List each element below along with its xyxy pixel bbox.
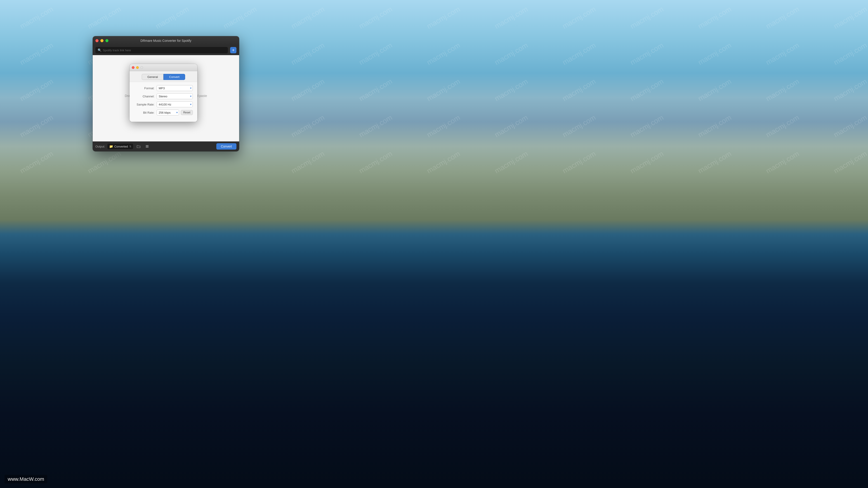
sample-rate-label: Sample Rate: xyxy=(134,103,157,106)
folder-name: Converted xyxy=(114,145,128,148)
minimize-button[interactable] xyxy=(100,39,103,42)
format-row: Format: MP3 AAC WAV FLAC M4A OGG ▾ xyxy=(134,85,193,91)
bit-rate-label: Bit Rate: xyxy=(134,111,157,114)
svg-rect-1 xyxy=(146,146,149,147)
channel-row: Channel: Stereo Mono ▾ xyxy=(134,93,193,99)
preferences-dialog: General Convert Format: MP3 AAC WAV FLAC… xyxy=(129,64,197,122)
pref-maximize-button[interactable] xyxy=(141,66,143,69)
bottom-bar: Output: 📁 Converted ⇅ Convert xyxy=(93,141,239,151)
bit-rate-controls: 128 kbps 192 kbps 256 kbps 320 kbps ▾ Re… xyxy=(157,109,193,116)
sample-rate-select[interactable]: 44100 Hz 22050 Hz 48000 Hz 96000 Hz xyxy=(157,101,193,107)
format-select[interactable]: MP3 AAC WAV FLAC M4A OGG xyxy=(157,85,193,91)
pref-tabs: General Convert xyxy=(129,71,197,82)
format-label: Format: xyxy=(134,87,157,90)
search-box[interactable]: 🔍 Spotify track link here xyxy=(95,47,228,53)
svg-rect-2 xyxy=(146,147,149,148)
channel-select[interactable]: Stereo Mono xyxy=(157,93,193,99)
open-folder-button[interactable] xyxy=(135,143,142,150)
output-folder-selector[interactable]: 📁 Converted ⇅ xyxy=(107,144,133,149)
pref-body: Format: MP3 AAC WAV FLAC M4A OGG ▾ Chann… xyxy=(129,82,197,122)
list-view-button[interactable] xyxy=(144,143,150,150)
toolbar: 🔍 Spotify track link here + xyxy=(93,45,239,55)
search-placeholder: Spotify track link here xyxy=(103,48,131,52)
search-icon: 🔍 xyxy=(98,48,101,52)
channel-select-wrapper: Stereo Mono ▾ xyxy=(157,93,193,99)
svg-rect-0 xyxy=(146,145,149,146)
add-button[interactable]: + xyxy=(230,47,237,53)
pref-title-bar xyxy=(129,64,197,71)
convert-button[interactable]: Convert xyxy=(216,143,237,150)
folder-dropdown-arrow: ⇅ xyxy=(129,145,131,148)
reset-button[interactable]: Reset xyxy=(181,110,193,115)
title-bar: DRmare Music Converter for Spotify xyxy=(93,36,239,45)
tab-general[interactable]: General xyxy=(142,74,163,80)
sample-rate-select-wrapper: 44100 Hz 22050 Hz 48000 Hz 96000 Hz ▾ xyxy=(157,101,193,107)
website-label: www.MacW.com xyxy=(4,475,47,484)
tab-convert[interactable]: Convert xyxy=(163,74,185,80)
traffic-lights xyxy=(95,39,108,42)
sample-rate-row: Sample Rate: 44100 Hz 22050 Hz 48000 Hz … xyxy=(134,101,193,107)
close-button[interactable] xyxy=(95,39,98,42)
pref-close-button[interactable] xyxy=(132,66,134,69)
bit-rate-select[interactable]: 128 kbps 192 kbps 256 kbps 320 kbps xyxy=(157,109,179,116)
pref-minimize-button[interactable] xyxy=(136,66,139,69)
bit-rate-select-wrapper: 128 kbps 192 kbps 256 kbps 320 kbps ▾ xyxy=(157,109,179,116)
bit-rate-row: Bit Rate: 128 kbps 192 kbps 256 kbps 320… xyxy=(134,109,193,116)
channel-label: Channel: xyxy=(134,95,157,98)
window-title: DRmare Music Converter for Spotify xyxy=(141,39,191,42)
maximize-button[interactable] xyxy=(105,39,108,42)
format-select-wrapper: MP3 AAC WAV FLAC M4A OGG ▾ xyxy=(157,85,193,91)
output-label: Output: xyxy=(95,145,105,148)
folder-icon: 📁 xyxy=(109,144,113,148)
